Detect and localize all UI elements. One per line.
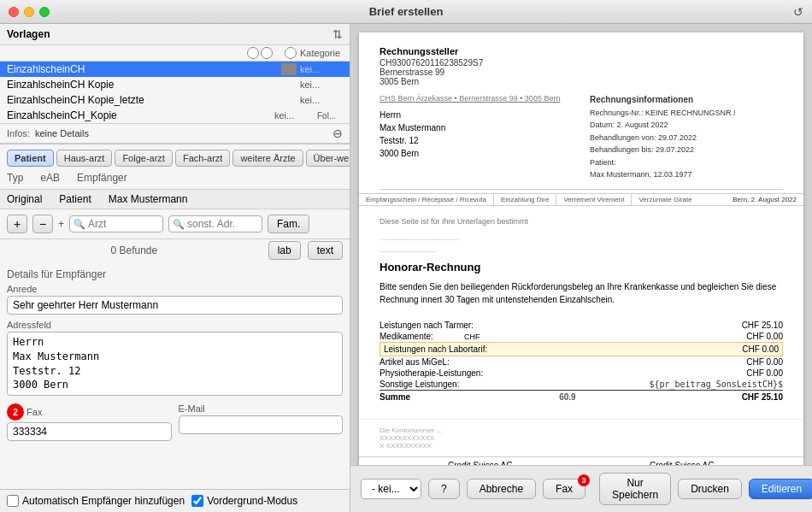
- infos-collapse-button[interactable]: ⊖: [332, 127, 343, 140]
- vorlagen-item-badge: kei...: [300, 64, 343, 74]
- adressfeld-label: Adressfeld: [7, 320, 343, 330]
- tab-weitere-arzte[interactable]: weitere Ärzte: [232, 150, 303, 167]
- tab-patient[interactable]: Patient: [7, 150, 54, 167]
- letter-info-col: Rechnungsinformationen Rechnungs-Nr.: KE…: [590, 93, 783, 180]
- befunde-count: 0 Befunde: [7, 244, 262, 256]
- question-button[interactable]: ?: [428, 479, 460, 499]
- infos-label: Infos:: [7, 128, 30, 138]
- email-input[interactable]: [179, 415, 344, 434]
- editieren-button[interactable]: Editieren: [749, 479, 812, 499]
- template-select[interactable]: - kei...: [361, 479, 421, 499]
- fax-button[interactable]: Fax 3: [543, 479, 585, 499]
- window-controls[interactable]: [9, 7, 50, 17]
- letter-page: Rechnungssteller CH93007620116238529S7 B…: [359, 32, 803, 465]
- for-you: Diese Seite ist für Ihre Unterlagen best…: [380, 216, 783, 228]
- nur-speichern-button[interactable]: Nur Speichern: [599, 473, 671, 505]
- vorlagen-item[interactable]: EinzahlscheinCH Kopie kei...: [0, 77, 350, 92]
- details-section: Details für Empfänger Anrede Adressfeld …: [0, 263, 350, 489]
- details-title: Details für Empfänger: [7, 268, 343, 280]
- leistungen-label: Leistungen nach Tarmer:: [380, 321, 474, 330]
- fam-button[interactable]: Fam.: [268, 215, 309, 233]
- vorlagen-title: Vorlagen: [7, 28, 332, 40]
- letter-heading: Honorar-Rechnung: [380, 259, 783, 276]
- tab-facharzt[interactable]: Fach-arzt: [175, 150, 230, 167]
- adressfeld-textarea[interactable]: Herrn Max Mustermann Teststr. 12 3000 Be…: [7, 332, 343, 396]
- anrede-input[interactable]: [7, 296, 343, 315]
- row-migel: Artikel aus MiGeL: CHF 0.00: [380, 356, 783, 368]
- vordergrund-input[interactable]: [191, 495, 203, 507]
- refresh-button[interactable]: ↺: [793, 5, 803, 19]
- lab-button[interactable]: lab: [268, 241, 301, 260]
- arzt-input[interactable]: [88, 218, 159, 230]
- right-panel: Rechnungssteller CH93007620116238529S7 B…: [350, 24, 812, 512]
- tab-hausarzt[interactable]: Haus-arzt: [56, 150, 113, 167]
- info-datum: Datum: 2. August 2022: [590, 119, 783, 131]
- table-section: Leistungen nach Tarmer: CHF 25.10 Medika…: [359, 320, 803, 412]
- fax-badge-num: 2: [7, 403, 24, 421]
- letter-small-text-2: _______________: [380, 244, 783, 254]
- vorlagen-item[interactable]: EinzahlscheinCH Kopie_letzte kei...: [0, 92, 350, 108]
- filter-icon[interactable]: ⇅: [332, 27, 343, 41]
- befunde-row: 0 Befunde lab text: [0, 239, 350, 263]
- footer-note: Die Kontonummer ...: [380, 427, 783, 434]
- fax-input[interactable]: [7, 422, 172, 441]
- original-row: Original Patient Max Mustermann: [0, 190, 350, 209]
- vorlagen-item-name: EinzahlscheinCH Kopie_letzte: [7, 94, 300, 106]
- letter-scroll[interactable]: Rechnungssteller CH93007620116238529S7 B…: [350, 24, 812, 465]
- patient-name: Max Mustermann: [109, 193, 188, 205]
- sender-city: 3005 Bern: [380, 77, 783, 86]
- vordergrund-checkbox[interactable]: Vordergrund-Modus: [191, 495, 297, 507]
- vorlagen-columns: Kategorie: [0, 45, 350, 62]
- text-button[interactable]: text: [308, 241, 343, 260]
- vorlagen-item[interactable]: EinzahlscheinCH kei...: [0, 62, 350, 77]
- tabs-section: Patient Haus-arzt Folge-arzt Fach-arzt w…: [0, 144, 350, 190]
- tab-folgearzt[interactable]: Folge-arzt: [115, 150, 173, 167]
- vorlagen-item-icon: [281, 63, 297, 75]
- window-title: Brief erstellen: [369, 5, 444, 18]
- search-icon2: 🔍: [173, 219, 185, 230]
- letter-date: Bern, 2. August 2022: [726, 194, 803, 205]
- email-label: E-Mail: [179, 403, 344, 414]
- arzt-search-field[interactable]: 🔍: [69, 215, 163, 232]
- drucken-button[interactable]: Drucken: [678, 479, 742, 499]
- letter-small-text-1: _____________________: [380, 232, 783, 242]
- row-sonstige: Sonstige Leistungen: ${pr_beitrag_SonsLe…: [380, 379, 783, 391]
- minimize-button[interactable]: [24, 7, 34, 17]
- remove-button[interactable]: −: [32, 215, 53, 233]
- slip-tab-4: Verzumate Girate: [632, 194, 698, 205]
- add-button[interactable]: +: [7, 215, 27, 233]
- letter-header-area: Rechnungssteller CH93007620116238529S7 B…: [359, 32, 803, 93]
- auto-empfanger-checkbox[interactable]: Automatisch Empfänger hinzufügen: [7, 495, 185, 507]
- row-labor: Leistungen nach Labortarif: CHF 0.00: [380, 342, 783, 356]
- medikamente-value: CHF 0.00: [746, 332, 783, 341]
- to-name: Max Mustermann: [380, 121, 573, 134]
- info-patient-name: Max Mustermann, 12.03.1977: [590, 168, 783, 180]
- vorlagen-section: Vorlagen ⇅ Kategorie EinzahlscheinCH: [0, 24, 350, 144]
- row-summe: Summe 60.9 CHF 25.10: [380, 391, 783, 403]
- col-kat-header: Kategorie: [300, 48, 343, 58]
- maximize-button[interactable]: [39, 7, 50, 17]
- vorlagen-item[interactable]: EinzahlscheinCH_Kopie kei... Fol...: [0, 108, 350, 123]
- labor-value: CHF 0.00: [742, 344, 779, 354]
- row-leistungen: Leistungen nach Tarmer: CHF 25.10: [380, 320, 783, 331]
- to-city: 3000 Bern: [380, 147, 573, 160]
- eab-label: eAB: [40, 172, 60, 184]
- col-infos-circles: [285, 47, 297, 59]
- search-icon: 🔍: [74, 219, 85, 230]
- bottom-bar: Automatisch Empfänger hinzufügen Vorderg…: [0, 489, 350, 512]
- plus-label: +: [58, 218, 64, 230]
- sonst-input[interactable]: [187, 218, 258, 230]
- abbreche-button[interactable]: Abbreche: [467, 479, 536, 499]
- original-label: Original: [7, 193, 42, 205]
- auto-empfanger-input[interactable]: [7, 495, 19, 507]
- letter-footer-area: Die Kontonummer ... XXXXXXXXXXXX X XXXXX…: [359, 419, 803, 456]
- email-field: E-Mail: [179, 403, 344, 441]
- slip-bar: Empfangsschein / Récépissé / Ricevuta Ei…: [359, 193, 803, 206]
- tab-uberweiser[interactable]: Über-weiser: [306, 150, 350, 167]
- letter-divider: [380, 189, 783, 190]
- close-button[interactable]: [9, 7, 19, 17]
- sonst-search-field[interactable]: 🔍: [168, 215, 262, 232]
- infos-value: keine Details: [35, 128, 332, 138]
- summe-label: Summe: [380, 392, 410, 402]
- circle2: [261, 47, 273, 59]
